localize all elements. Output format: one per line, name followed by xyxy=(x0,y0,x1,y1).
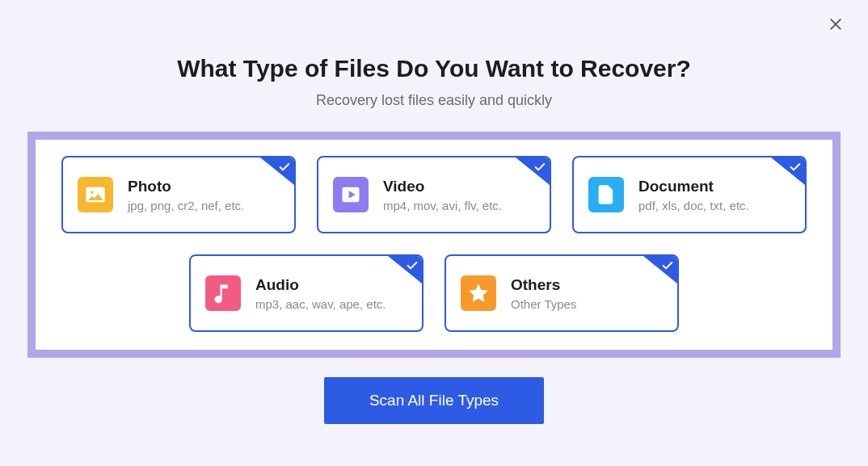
card-others[interactable]: Others Other Types xyxy=(445,254,679,332)
card-photo[interactable]: Photo jpg, png, cr2, nef, etc. xyxy=(61,156,296,233)
card-audio-desc: mp3, aac, wav, ape, etc. xyxy=(255,297,409,311)
video-icon xyxy=(333,177,369,212)
card-document-title: Document xyxy=(638,178,792,195)
close-button[interactable] xyxy=(824,15,847,37)
card-audio-title: Audio xyxy=(255,276,409,294)
file-type-panel: Photo jpg, png, cr2, nef, etc. Video mp4… xyxy=(27,132,841,358)
others-icon xyxy=(461,275,496,311)
card-others-desc: Other Types xyxy=(511,297,664,311)
card-others-title: Others xyxy=(511,276,664,294)
card-others-check xyxy=(643,256,677,283)
page-title: What Type of Files Do You Want to Recove… xyxy=(0,55,868,82)
card-document-text: Document pdf, xls, doc, txt, etc. xyxy=(638,178,792,212)
card-video-check xyxy=(516,157,550,185)
card-video-text: Video mp4, mov, avi, flv, etc. xyxy=(383,178,537,212)
card-photo-desc: jpg, png, cr2, nef, etc. xyxy=(128,199,281,212)
card-document-desc: pdf, xls, doc, txt, etc. xyxy=(638,199,792,212)
card-document[interactable]: Document pdf, xls, doc, txt, etc. xyxy=(572,156,807,233)
document-icon xyxy=(588,177,624,212)
card-photo-text: Photo jpg, png, cr2, nef, etc. xyxy=(128,178,281,212)
card-document-check xyxy=(771,157,805,185)
photo-icon xyxy=(78,177,113,212)
card-audio-text: Audio mp3, aac, wav, ape, etc. xyxy=(255,276,409,311)
card-photo-title: Photo xyxy=(128,178,281,195)
audio-icon xyxy=(205,275,241,311)
card-row-2: Audio mp3, aac, wav, ape, etc. Others Ot… xyxy=(60,254,808,332)
card-video[interactable]: Video mp4, mov, avi, flv, etc. xyxy=(317,156,551,233)
page-subtitle: Recovery lost files easily and quickly xyxy=(0,92,868,109)
card-others-text: Others Other Types xyxy=(511,276,664,311)
header: What Type of Files Do You Want to Recove… xyxy=(0,0,868,109)
scan-button[interactable]: Scan All File Types xyxy=(324,377,544,424)
card-photo-check xyxy=(260,157,294,185)
card-video-desc: mp4, mov, avi, flv, etc. xyxy=(383,199,537,212)
card-audio[interactable]: Audio mp3, aac, wav, ape, etc. xyxy=(189,254,423,332)
card-audio-check xyxy=(388,256,422,283)
card-row-1: Photo jpg, png, cr2, nef, etc. Video mp4… xyxy=(60,156,808,233)
close-icon xyxy=(828,16,844,36)
card-video-title: Video xyxy=(383,178,537,195)
